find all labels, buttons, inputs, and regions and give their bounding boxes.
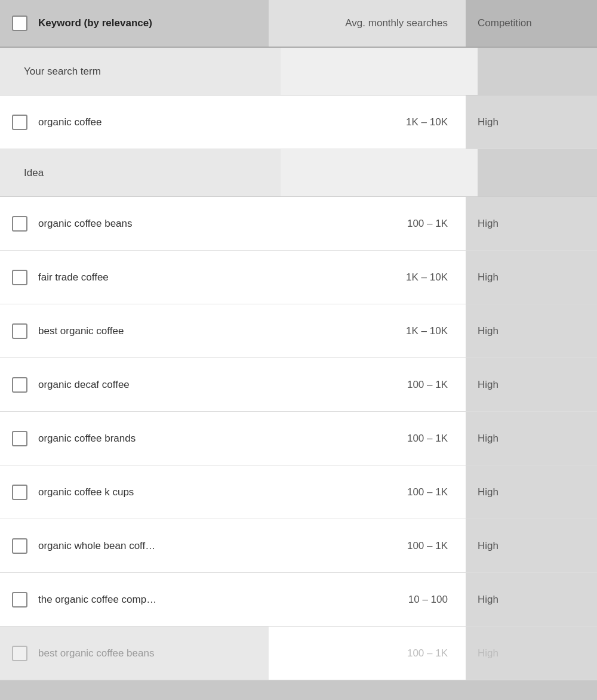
header-searches-col: Avg. monthly searches [269, 0, 466, 47]
row-checkbox[interactable] [12, 323, 27, 339]
row-checkbox[interactable] [12, 216, 27, 232]
row-competition-col: High [466, 573, 597, 626]
keyword-text: fair trade coffee [38, 272, 109, 283]
table-row: the organic coffee comp… 10 – 100 High [0, 573, 597, 627]
section-label-text: Idea [24, 167, 44, 179]
competition-value: High [478, 325, 498, 337]
keyword-table: Keyword (by relevance) Avg. monthly sear… [0, 0, 597, 680]
row-checkbox[interactable] [12, 538, 27, 554]
keyword-text: organic whole bean coff… [38, 540, 155, 552]
searches-value: 100 – 1K [407, 433, 448, 445]
table-row: organic coffee k cups 100 – 1K High [0, 465, 597, 519]
row-competition-col: High [466, 465, 597, 519]
section-competition-col [478, 149, 597, 196]
searches-value: 1K – 10K [406, 325, 448, 337]
row-competition-col: High [466, 627, 597, 680]
row-competition-col: High [466, 197, 597, 250]
competition-value: High [478, 272, 498, 283]
row-searches-col: 1K – 10K [269, 95, 466, 149]
table-row: fair trade coffee 1K – 10K High [0, 251, 597, 304]
row-keyword-col: organic whole bean coff… [0, 538, 269, 554]
competition-value: High [478, 218, 498, 230]
row-competition-col: High [466, 412, 597, 465]
row-competition-col: High [466, 519, 597, 572]
header-keyword-label: Keyword (by relevance) [38, 17, 152, 29]
row-searches-col: 10 – 100 [269, 573, 466, 626]
row-checkbox[interactable] [12, 115, 27, 130]
row-keyword-col: best organic coffee beans [0, 646, 269, 661]
keyword-text: organic coffee [38, 116, 101, 128]
row-checkbox[interactable] [12, 485, 27, 500]
row-competition-col: High [466, 358, 597, 411]
competition-value: High [478, 433, 498, 445]
section-label-row: Your search term [0, 48, 597, 95]
section-competition-col [478, 48, 597, 95]
section-keyword-col: Your search term [12, 66, 281, 78]
searches-value: 10 – 100 [408, 594, 448, 606]
header-checkbox[interactable] [12, 16, 27, 31]
keyword-text: organic coffee beans [38, 218, 133, 230]
row-competition-col: High [466, 304, 597, 357]
row-keyword-col: organic coffee [0, 115, 269, 130]
row-checkbox[interactable] [12, 377, 27, 393]
table-row: organic decaf coffee 100 – 1K High [0, 358, 597, 412]
section-searches-col [281, 149, 478, 196]
searches-value: 100 – 1K [407, 218, 448, 230]
header-competition-col: Competition [466, 0, 597, 47]
row-competition-col: High [466, 251, 597, 304]
row-keyword-col: best organic coffee [0, 323, 269, 339]
row-checkbox[interactable] [12, 431, 27, 446]
competition-value: High [478, 379, 498, 391]
row-searches-col: 100 – 1K [269, 627, 466, 680]
row-searches-col: 100 – 1K [269, 465, 466, 519]
header-searches-label: Avg. monthly searches [345, 17, 448, 29]
row-keyword-col: organic coffee brands [0, 431, 269, 446]
section-keyword-col: Idea [12, 167, 281, 179]
searches-value: 1K – 10K [406, 116, 448, 128]
table-row: best organic coffee 1K – 10K High [0, 304, 597, 358]
row-competition-col: High [466, 95, 597, 149]
competition-value: High [478, 594, 498, 606]
row-checkbox[interactable] [12, 646, 27, 661]
row-searches-col: 1K – 10K [269, 304, 466, 357]
competition-value: High [478, 486, 498, 498]
header-competition-label: Competition [478, 17, 532, 29]
row-checkbox[interactable] [12, 270, 27, 285]
competition-value: High [478, 116, 498, 128]
searches-value: 100 – 1K [407, 647, 448, 659]
table-header: Keyword (by relevance) Avg. monthly sear… [0, 0, 597, 48]
row-checkbox[interactable] [12, 592, 27, 608]
table-body: Your search term organic coffee 1K – 10K… [0, 48, 597, 680]
row-searches-col: 100 – 1K [269, 412, 466, 465]
row-searches-col: 100 – 1K [269, 358, 466, 411]
searches-value: 100 – 1K [407, 379, 448, 391]
competition-value: High [478, 540, 498, 552]
section-label-text: Your search term [24, 66, 101, 78]
searches-value: 100 – 1K [407, 486, 448, 498]
row-searches-col: 100 – 1K [269, 519, 466, 572]
table-row: organic coffee brands 100 – 1K High [0, 412, 597, 465]
keyword-text: the organic coffee comp… [38, 594, 156, 606]
searches-value: 100 – 1K [407, 540, 448, 552]
table-row: organic coffee 1K – 10K High [0, 95, 597, 149]
row-keyword-col: the organic coffee comp… [0, 592, 269, 608]
row-keyword-col: organic decaf coffee [0, 377, 269, 393]
keyword-text: best organic coffee [38, 325, 124, 337]
row-keyword-col: organic coffee beans [0, 216, 269, 232]
header-keyword-col: Keyword (by relevance) [0, 16, 269, 31]
section-searches-col [281, 48, 478, 95]
searches-value: 1K – 10K [406, 272, 448, 283]
table-row: best organic coffee beans 100 – 1K High [0, 627, 597, 680]
table-row: organic coffee beans 100 – 1K High [0, 197, 597, 251]
row-searches-col: 1K – 10K [269, 251, 466, 304]
keyword-text: best organic coffee beans [38, 647, 154, 659]
row-keyword-col: fair trade coffee [0, 270, 269, 285]
competition-value: High [478, 647, 498, 659]
table-row: organic whole bean coff… 100 – 1K High [0, 519, 597, 573]
section-label-row: Idea [0, 149, 597, 197]
row-searches-col: 100 – 1K [269, 197, 466, 250]
keyword-text: organic coffee k cups [38, 486, 134, 498]
keyword-text: organic decaf coffee [38, 379, 130, 391]
keyword-text: organic coffee brands [38, 433, 136, 445]
row-keyword-col: organic coffee k cups [0, 485, 269, 500]
